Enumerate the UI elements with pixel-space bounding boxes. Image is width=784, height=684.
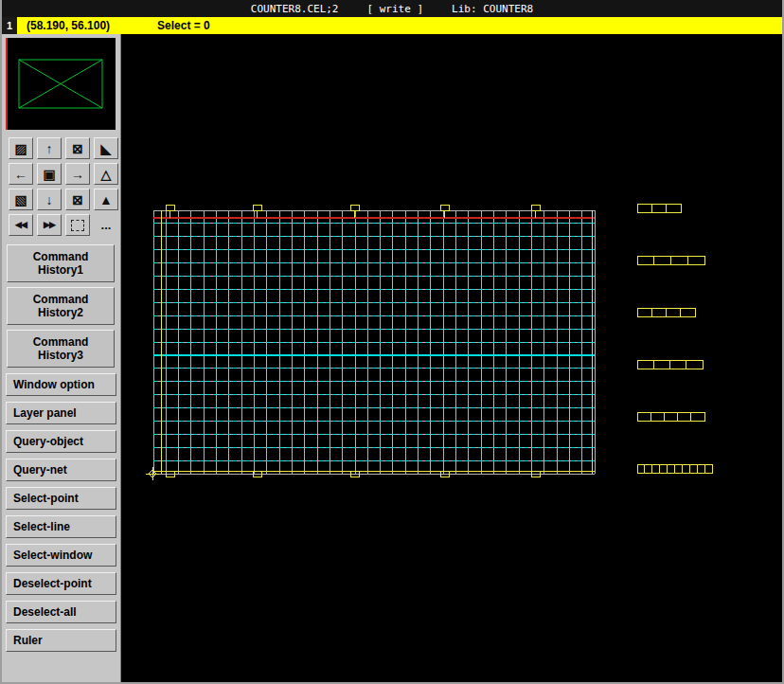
titlebar: COUNTER8.CEL;2 [ write ] Lib: COUNTER8 — [0, 0, 784, 17]
query-object-button[interactable]: Query-object — [6, 430, 116, 453]
zoom-window-icon[interactable]: ⊠ — [65, 137, 90, 159]
overview-pane[interactable] — [6, 38, 116, 130]
pan-up-icon[interactable]: ↑ — [37, 137, 62, 159]
sidebar: ▨ ↑ ⊠ ◣ ← ▣ → △ ▧ ↓ ⊠ ▲ ◀◀ ▶▶ ... Comman… — [2, 34, 121, 682]
layout-drawing — [121, 34, 781, 682]
history-back-icon[interactable]: ◀◀ — [9, 214, 33, 236]
more-options-icon[interactable]: ... — [94, 214, 118, 236]
application-window: COUNTER8.CEL;2 [ write ] Lib: COUNTER8 1… — [0, 0, 784, 684]
cell-title: COUNTER8.CEL;2 — [251, 3, 339, 15]
corner-view-icon[interactable]: ◣ — [94, 137, 118, 159]
write-mode-indicator: [ write ] — [367, 3, 424, 15]
library-name: Lib: COUNTER8 — [452, 3, 533, 15]
filled-triangle-icon[interactable]: ▲ — [94, 189, 118, 210]
pan-left-icon[interactable]: ← — [9, 163, 33, 185]
hatch-box-icon[interactable]: ▨ — [9, 137, 33, 159]
selection-count: Select = 0 — [157, 19, 210, 32]
center-view-icon[interactable]: ▣ — [37, 163, 62, 185]
overview-extents-icon — [6, 38, 116, 130]
layout-canvas[interactable] — [121, 34, 782, 682]
pan-right-icon[interactable]: → — [65, 163, 90, 185]
select-window-button[interactable]: Select-window — [6, 544, 116, 567]
layer-panel-button[interactable]: Layer panel — [6, 402, 116, 424]
cursor-coordinates: (58.190, 56.100) — [27, 19, 110, 32]
query-net-button[interactable]: Query-net — [6, 459, 116, 481]
select-line-button[interactable]: Select-line — [6, 515, 116, 538]
command-history2-button[interactable]: Command History2 — [7, 287, 115, 325]
selection-box-icon[interactable] — [65, 214, 90, 236]
main-body: ▨ ↑ ⊠ ◣ ← ▣ → △ ▧ ↓ ⊠ ▲ ◀◀ ▶▶ ... Comman… — [2, 34, 782, 682]
pan-down-icon[interactable]: ↓ — [37, 189, 62, 210]
dashed-box-icon — [71, 220, 84, 231]
tool-grid: ▨ ↑ ⊠ ◣ ← ▣ → △ ▧ ↓ ⊠ ▲ ◀◀ ▶▶ ... — [2, 134, 120, 240]
history-forward-icon[interactable]: ▶▶ — [37, 214, 62, 236]
status-bar: 1 (58.190, 56.100) Select = 0 — [2, 17, 782, 34]
ruler-button[interactable]: Ruler — [6, 629, 116, 652]
deselect-all-button[interactable]: Deselect-all — [6, 601, 116, 623]
fill-box-icon[interactable]: ▧ — [9, 189, 33, 210]
triangle-tool-icon[interactable]: △ — [94, 163, 118, 185]
window-option-button[interactable]: Window option — [6, 373, 116, 396]
deselect-point-button[interactable]: Deselect-point — [6, 572, 116, 595]
command-history1-button[interactable]: Command History1 — [7, 244, 115, 282]
command-history3-button[interactable]: Command History3 — [7, 330, 115, 368]
overview-edge-marker — [6, 38, 8, 130]
select-point-button[interactable]: Select-point — [6, 487, 116, 510]
window-number-tab[interactable]: 1 — [2, 17, 17, 34]
zoom-box-icon[interactable]: ⊠ — [65, 189, 90, 210]
